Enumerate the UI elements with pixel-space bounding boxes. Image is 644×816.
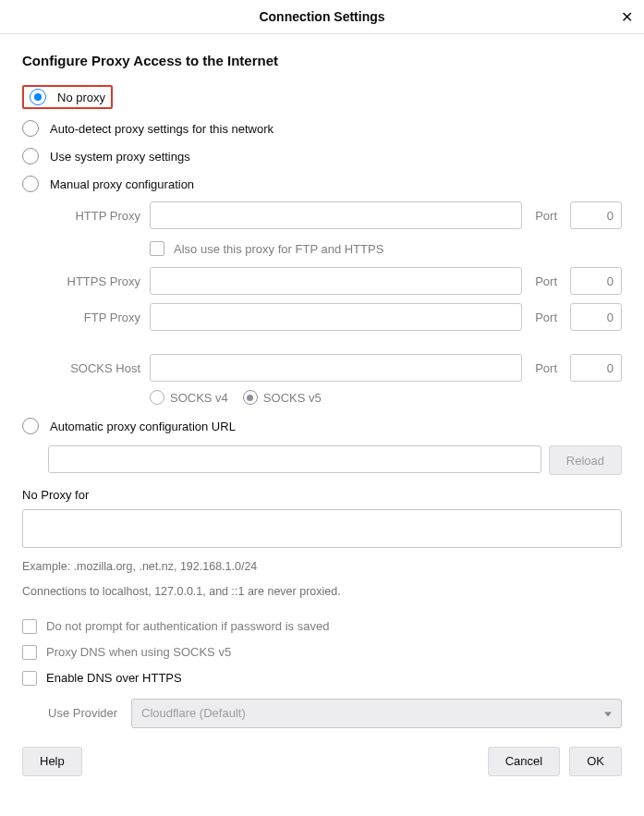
dialog-title: Connection Settings	[259, 9, 384, 24]
socks-version-row: SOCKS v4 SOCKS v5	[150, 390, 622, 405]
no-prompt-label: Do not prompt for authentication if pass…	[46, 619, 329, 633]
ok-button[interactable]: OK	[569, 747, 622, 776]
help-button[interactable]: Help	[22, 747, 82, 776]
enable-doh-row[interactable]: Enable DNS over HTTPS	[22, 665, 622, 691]
socks-v5-label: SOCKS v5	[263, 391, 322, 405]
socks-host-row: SOCKS Host Port	[48, 354, 622, 382]
reload-button[interactable]: Reload	[549, 445, 622, 475]
enable-doh-label: Enable DNS over HTTPS	[46, 671, 182, 685]
radio-manual[interactable]	[22, 176, 39, 192]
radio-socks-v4[interactable]	[150, 390, 164, 405]
http-port-input[interactable]	[570, 201, 622, 229]
also-use-checkbox[interactable]	[150, 241, 164, 256]
no-prompt-checkbox[interactable]	[22, 619, 37, 634]
no-proxy-example: Example: .mozilla.org, .net.nz, 192.168.…	[22, 558, 622, 576]
radio-auto-detect[interactable]	[22, 120, 39, 137]
socks-v4-label: SOCKS v4	[170, 391, 228, 405]
http-proxy-input[interactable]	[150, 201, 522, 229]
ftp-proxy-input[interactable]	[150, 303, 522, 331]
provider-select[interactable]: Cloudflare (Default)	[131, 699, 622, 728]
socks-v4-option[interactable]: SOCKS v4	[150, 390, 228, 405]
https-proxy-input[interactable]	[150, 267, 522, 295]
https-proxy-row: HTTPS Proxy Port	[48, 267, 622, 295]
proxy-dns-checkbox[interactable]	[22, 645, 37, 660]
section-heading: Configure Proxy Access to the Internet	[22, 53, 622, 68]
radio-row-no-proxy[interactable]: No proxy	[22, 79, 622, 115]
radio-label-auto-detect: Auto-detect proxy settings for this netw…	[50, 122, 273, 136]
radio-row-auto-url[interactable]: Automatic proxy configuration URL	[22, 412, 622, 440]
https-port-label: Port	[535, 274, 557, 288]
ftp-port-label: Port	[535, 311, 557, 324]
provider-row: Use Provider Cloudflare (Default)	[48, 699, 622, 728]
proxy-dns-row[interactable]: Proxy DNS when using SOCKS v5	[22, 639, 622, 665]
auto-url-input[interactable]	[48, 445, 541, 473]
cancel-button[interactable]: Cancel	[488, 747, 560, 776]
enable-doh-checkbox[interactable]	[22, 671, 37, 686]
footer-right: Cancel OK	[488, 747, 622, 776]
also-use-row[interactable]: Also use this proxy for FTP and HTTPS	[150, 237, 622, 260]
auto-url-row: Reload	[48, 445, 622, 475]
provider-label: Use Provider	[48, 706, 122, 720]
also-use-label: Also use this proxy for FTP and HTTPS	[174, 242, 383, 256]
no-proxy-for-textarea[interactable]	[22, 509, 622, 548]
http-proxy-row: HTTP Proxy Port	[48, 201, 622, 229]
radio-socks-v5[interactable]	[243, 390, 258, 405]
radio-label-auto-url: Automatic proxy configuration URL	[50, 420, 236, 433]
radio-label-system: Use system proxy settings	[50, 150, 190, 164]
radio-label-manual: Manual proxy configuration	[50, 177, 194, 191]
socks-port-label: Port	[535, 361, 557, 375]
socks-port-input[interactable]	[570, 354, 622, 382]
radio-system[interactable]	[22, 148, 39, 164]
socks-v5-option[interactable]: SOCKS v5	[243, 390, 322, 405]
highlight-selected: No proxy	[22, 85, 113, 109]
socks-host-label: SOCKS Host	[48, 361, 140, 375]
socks-host-input[interactable]	[150, 354, 522, 382]
ftp-proxy-label: FTP Proxy	[48, 311, 140, 324]
ftp-proxy-row: FTP Proxy Port	[48, 303, 622, 331]
provider-value: Cloudflare (Default)	[141, 706, 246, 720]
manual-proxy-config: HTTP Proxy Port Also use this proxy for …	[48, 201, 622, 405]
radio-row-manual[interactable]: Manual proxy configuration	[22, 170, 622, 198]
radio-no-proxy[interactable]	[30, 89, 46, 105]
options-block: Do not prompt for authentication if pass…	[22, 614, 622, 728]
close-icon[interactable]: ✕	[621, 8, 633, 26]
radio-row-auto-detect[interactable]: Auto-detect proxy settings for this netw…	[22, 115, 622, 142]
radio-row-system[interactable]: Use system proxy settings	[22, 142, 622, 170]
http-proxy-label: HTTP Proxy	[48, 209, 140, 223]
proxy-dns-label: Proxy DNS when using SOCKS v5	[46, 645, 231, 659]
dialog-header: Connection Settings ✕	[0, 0, 644, 34]
https-port-input[interactable]	[570, 267, 622, 295]
http-port-label: Port	[535, 209, 557, 223]
no-proxy-note: Connections to localhost, 127.0.0.1, and…	[22, 583, 622, 601]
no-proxy-for-label: No Proxy for	[22, 488, 622, 502]
radio-auto-url[interactable]	[22, 418, 39, 434]
dialog-body: Configure Proxy Access to the Internet N…	[0, 34, 644, 791]
no-prompt-row[interactable]: Do not prompt for authentication if pass…	[22, 614, 622, 639]
https-proxy-label: HTTPS Proxy	[48, 274, 140, 288]
ftp-port-input[interactable]	[570, 303, 622, 331]
dialog-footer: Help Cancel OK	[22, 747, 622, 776]
radio-label-no-proxy: No proxy	[57, 91, 105, 104]
